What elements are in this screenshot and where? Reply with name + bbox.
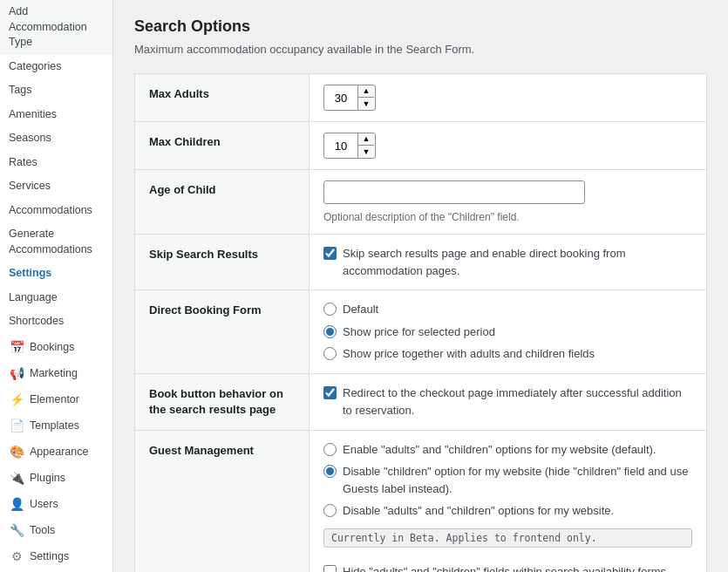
settings-value-max-children: ▲▼ <box>310 122 706 169</box>
sidebar-item-tags[interactable]: Tags <box>0 78 112 103</box>
max-children-input[interactable] <box>324 136 357 156</box>
users-icon: 👤 <box>9 496 24 512</box>
page-title: Search Options <box>134 17 707 36</box>
book-button-behavior-checkbox-row: Redirect to the checkout page immediatel… <box>323 385 692 419</box>
settings-row-book-button-behavior: Book button behavior on the search resul… <box>135 374 706 431</box>
bookings-icon: 📅 <box>9 339 24 355</box>
guest-management-radio-label-0: Enable "adults" and "children" options f… <box>343 441 657 459</box>
guest-management-radio-2[interactable] <box>323 504 337 517</box>
sidebar-item-shortcodes[interactable]: Shortcodes <box>0 310 112 334</box>
settings-row-guest-management: Guest ManagementEnable "adults" and "chi… <box>135 431 706 572</box>
max-adults-input-wrap: ▲▼ <box>323 85 376 111</box>
age-of-child-hint: Optional description of the "Children" f… <box>323 211 692 223</box>
marketing-icon: 📢 <box>9 365 24 381</box>
guest-management-option-0: Enable "adults" and "children" options f… <box>323 441 692 459</box>
direct-booking-form-radio-label-0: Default <box>343 301 378 318</box>
max-adults-decrement[interactable]: ▼ <box>358 98 374 110</box>
sidebar-nav-stratum[interactable]: ◈Stratum <box>0 569 112 573</box>
elementor-icon: ⚡ <box>9 392 24 407</box>
settings-value-skip-search-results: Skip search results page and enable dire… <box>310 235 706 289</box>
sidebar-item-seasons[interactable]: Seasons <box>0 126 112 151</box>
direct-booking-form-option-1: Show price for selected period <box>323 323 692 341</box>
settings-value-max-adults: ▲▼ <box>310 74 706 121</box>
sidebar-nav-tools[interactable]: 🔧Tools <box>0 517 112 543</box>
sidebar-nav-label-elementor: Elementor <box>30 393 79 405</box>
settings-table: Max Adults▲▼Max Children▲▼Age of ChildOp… <box>134 73 707 572</box>
sidebar-item-language[interactable]: Language <box>0 286 112 310</box>
sidebar-nav-bookings[interactable]: 📅Bookings <box>0 334 112 360</box>
sidebar-nav-label-bookings: Bookings <box>30 341 74 353</box>
sidebar-nav-users[interactable]: 👤Users <box>0 491 112 517</box>
sidebar-nav-label-users: Users <box>30 498 58 510</box>
skip-search-results-checkbox-row: Skip search results page and enable dire… <box>323 245 692 279</box>
guest-management-extra-checkbox-label: Hide "adults" and "children" fields with… <box>343 563 670 572</box>
sidebar-nav-appearance[interactable]: 🎨Appearance <box>0 439 112 465</box>
sidebar-nav-wp-settings[interactable]: ⚙Settings <box>0 543 112 569</box>
max-children-increment[interactable]: ▲ <box>358 133 374 146</box>
settings-value-direct-booking-form: DefaultShow price for selected periodSho… <box>310 290 706 373</box>
direct-booking-form-radio-label-2: Show price together with adults and chil… <box>343 345 595 363</box>
sidebar-nav-label-wp-settings: Settings <box>30 550 69 562</box>
sidebar-item-rates[interactable]: Rates <box>0 151 112 175</box>
max-children-decrement[interactable]: ▼ <box>358 146 374 158</box>
direct-booking-form-radio-0[interactable] <box>323 303 337 316</box>
direct-booking-form-radio-1[interactable] <box>323 325 337 338</box>
settings-label-skip-search-results: Skip Search Results <box>135 235 310 289</box>
sidebar-nav-plugins[interactable]: 🔌Plugins <box>0 465 112 491</box>
sidebar-item-add-accommodation-type[interactable]: Add Accommodation Type <box>0 0 112 55</box>
guest-management-radio-1[interactable] <box>323 465 337 478</box>
settings-row-max-adults: Max Adults▲▼ <box>135 74 706 122</box>
settings-label-max-children: Max Children <box>135 122 310 169</box>
page-subtitle: Maximum accommodation occupancy availabl… <box>134 43 707 56</box>
sidebar-nav-label-templates: Templates <box>30 419 79 432</box>
tools-icon: 🔧 <box>9 522 24 538</box>
plugins-icon: 🔌 <box>9 470 24 486</box>
guest-management-radio-label-1: Disable "children" option for my website… <box>343 463 692 497</box>
appearance-icon: 🎨 <box>9 444 24 460</box>
skip-search-results-checkbox-label: Skip search results page and enable dire… <box>343 245 692 279</box>
guest-management-radio-label-2: Disable "adults" and "children" options … <box>343 502 614 520</box>
direct-booking-form-radio-2[interactable] <box>323 347 337 360</box>
guest-management-beta-badge: Currently in Beta. Applies to frontend o… <box>323 528 692 548</box>
sidebar-nav-label-plugins: Plugins <box>30 472 65 484</box>
templates-icon: 📄 <box>9 418 24 433</box>
sidebar-item-accommodations[interactable]: Accommodations <box>0 199 112 223</box>
sidebar-item-settings[interactable]: Settings <box>0 262 112 286</box>
sidebar-nav-templates[interactable]: 📄Templates <box>0 412 112 439</box>
age-of-child-input[interactable] <box>323 180 585 204</box>
direct-booking-form-option-2: Show price together with adults and chil… <box>323 345 692 363</box>
sidebar-item-amenities[interactable]: Amenities <box>0 103 112 127</box>
settings-row-age-of-child: Age of ChildOptional description of the … <box>135 170 706 235</box>
settings-row-max-children: Max Children▲▼ <box>135 122 706 170</box>
max-adults-increment[interactable]: ▲ <box>358 85 374 98</box>
guest-management-extra-checkbox-row: Hide "adults" and "children" fields with… <box>323 563 692 572</box>
settings-row-direct-booking-form: Direct Booking FormDefaultShow price for… <box>135 290 706 374</box>
direct-booking-form-option-0: Default <box>323 301 692 318</box>
settings-label-book-button-behavior: Book button behavior on the search resul… <box>135 374 310 430</box>
skip-search-results-checkbox[interactable] <box>323 247 337 260</box>
main-content: Search Options Maximum accommodation occ… <box>113 0 728 572</box>
max-adults-input[interactable] <box>324 88 357 108</box>
guest-management-option-2: Disable "adults" and "children" options … <box>323 502 692 520</box>
wp-nav: 📅Bookings📢Marketing⚡Elementor📄Templates🎨… <box>0 334 112 573</box>
settings-label-age-of-child: Age of Child <box>135 170 310 234</box>
book-button-behavior-checkbox[interactable] <box>323 386 337 399</box>
settings-value-guest-management: Enable "adults" and "children" options f… <box>310 431 706 572</box>
plugin-menu: Add Accommodation TypeCategoriesTagsAmen… <box>0 0 112 334</box>
sidebar: Add Accommodation TypeCategoriesTagsAmen… <box>0 0 113 572</box>
settings-row-skip-search-results: Skip Search ResultsSkip search results p… <box>135 235 706 290</box>
guest-management-extra-checkbox[interactable] <box>323 565 337 572</box>
sidebar-item-generate-accommodations[interactable]: Generate Accommodations <box>0 222 112 262</box>
sidebar-item-services[interactable]: Services <box>0 174 112 199</box>
sidebar-item-categories[interactable]: Categories <box>0 55 112 79</box>
direct-booking-form-radio-label-1: Show price for selected period <box>343 323 495 341</box>
sidebar-nav-label-appearance: Appearance <box>30 446 88 458</box>
sidebar-nav-elementor[interactable]: ⚡Elementor <box>0 386 112 412</box>
settings-value-book-button-behavior: Redirect to the checkout page immediatel… <box>310 374 706 430</box>
guest-management-option-1: Disable "children" option for my website… <box>323 463 692 497</box>
settings-label-max-adults: Max Adults <box>135 74 310 121</box>
guest-management-radio-0[interactable] <box>323 443 337 456</box>
book-button-behavior-checkbox-label: Redirect to the checkout page immediatel… <box>343 385 692 419</box>
sidebar-nav-marketing[interactable]: 📢Marketing <box>0 360 112 386</box>
wp-settings-icon: ⚙ <box>9 548 24 564</box>
